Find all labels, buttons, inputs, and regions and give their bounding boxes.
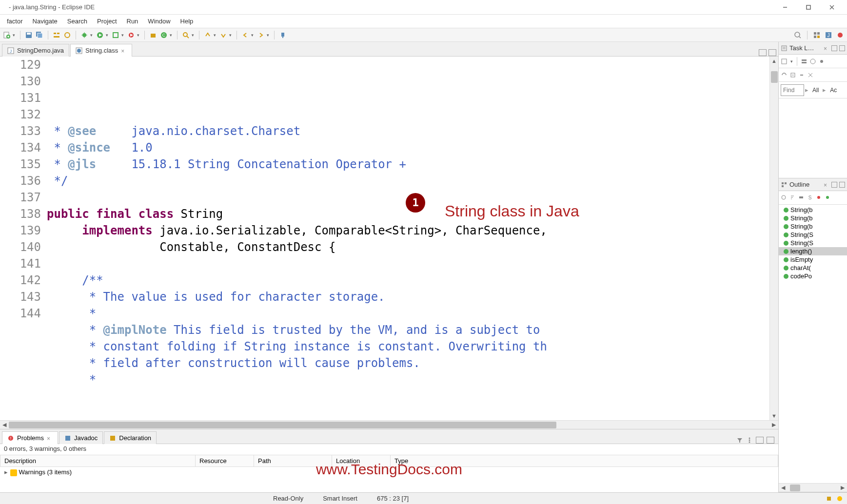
hide-fields-icon[interactable] — [798, 194, 805, 201]
code-content[interactable]: 1 String class in Java * @see java.nio.c… — [45, 57, 769, 420]
external-tools-icon[interactable] — [127, 31, 135, 39]
external-dropdown[interactable]: ▾ — [136, 31, 140, 39]
menu-search[interactable]: Search — [62, 16, 92, 27]
save-all-icon[interactable] — [36, 31, 43, 39]
sort-icon[interactable] — [789, 194, 796, 201]
link-icon[interactable] — [798, 72, 805, 78]
new-task-icon[interactable] — [781, 58, 788, 65]
close-outline-icon[interactable]: × — [824, 182, 829, 188]
hscroll-thumb[interactable] — [9, 422, 556, 428]
filter-icon[interactable] — [736, 437, 743, 444]
code-editor[interactable]: 1291301311321331341351361371381391401411… — [0, 57, 778, 420]
quick-access-icon[interactable] — [794, 31, 802, 39]
outline-item[interactable]: String(b — [779, 206, 847, 214]
new-icon[interactable] — [3, 31, 11, 39]
outline-hscroll-thumb[interactable] — [790, 485, 800, 491]
focus-outline-icon[interactable] — [781, 194, 788, 201]
scroll-left-arrow[interactable]: ◀ — [0, 421, 9, 429]
close-panel-icon[interactable]: × — [824, 45, 829, 51]
back-icon[interactable] — [241, 31, 249, 39]
minimize-button[interactable] — [774, 0, 796, 14]
minimize-view-button[interactable] — [759, 49, 767, 56]
open-perspective-icon[interactable] — [813, 31, 821, 39]
editor-tab-stringclass[interactable]: String.class × — [70, 44, 132, 57]
col-description[interactable]: Description — [0, 455, 196, 467]
new-class-icon[interactable]: C — [160, 31, 168, 39]
maximize-panel-button[interactable] — [767, 437, 774, 444]
coverage-icon[interactable] — [112, 31, 119, 39]
next-annotation-icon[interactable] — [219, 31, 227, 39]
col-location[interactable]: Location — [332, 455, 391, 467]
warnings-row[interactable]: ▸Warnings (3 items) — [0, 467, 778, 478]
outline-item[interactable]: charAt( — [779, 264, 847, 272]
scroll-down-arrow[interactable]: ▼ — [770, 411, 778, 420]
filter-all[interactable]: All — [809, 86, 822, 95]
forward-icon[interactable] — [257, 31, 265, 39]
menu-navigate[interactable]: Navigate — [28, 16, 62, 27]
toggle-breadcrumb-icon[interactable] — [53, 31, 60, 39]
save-icon[interactable] — [25, 31, 33, 39]
run-dropdown[interactable]: ▾ — [105, 31, 109, 39]
minimize-panel-button[interactable] — [756, 437, 764, 444]
tab-close-icon[interactable]: × — [47, 435, 53, 441]
schedule-icon[interactable] — [809, 58, 816, 65]
outline-scroll-left[interactable]: ◀ — [779, 484, 788, 492]
hide-icon[interactable] — [807, 72, 814, 78]
outline-item[interactable]: codePo — [779, 272, 847, 280]
outline-item[interactable]: String(S — [779, 231, 847, 239]
hide-local-icon[interactable] — [825, 194, 831, 201]
menu-window[interactable]: Window — [143, 16, 175, 27]
maximize-view-button[interactable] — [768, 49, 776, 56]
hide-nonpublic-icon[interactable] — [816, 194, 823, 201]
min-panel-button[interactable] — [831, 45, 837, 51]
debug-icon[interactable] — [80, 31, 88, 39]
new-dropdown[interactable]: ▾ — [12, 31, 16, 39]
close-button[interactable] — [821, 0, 843, 14]
hide-static-icon[interactable]: S — [807, 194, 814, 201]
outline-item[interactable]: length() — [779, 247, 847, 255]
outline-item[interactable]: String(b — [779, 214, 847, 222]
col-path[interactable]: Path — [254, 455, 332, 467]
menu-project[interactable]: Project — [92, 16, 121, 27]
focus-icon[interactable] — [818, 58, 825, 65]
task-find-input[interactable] — [781, 84, 804, 96]
categorize-icon[interactable] — [801, 58, 808, 65]
filter-activate[interactable]: Ac — [827, 86, 840, 95]
new-class-dropdown[interactable]: ▾ — [169, 31, 173, 39]
collapse-all-icon[interactable] — [789, 72, 796, 78]
pin-editor-icon[interactable] — [279, 31, 287, 39]
menu-run[interactable]: Run — [122, 16, 143, 27]
coverage-dropdown[interactable]: ▾ — [120, 31, 124, 39]
notification-icon[interactable] — [826, 495, 832, 502]
forward-dropdown[interactable]: ▾ — [266, 31, 270, 39]
horizontal-scrollbar[interactable]: ◀ ▶ — [0, 420, 778, 429]
tab-close-icon[interactable]: × — [121, 48, 127, 54]
search-dropdown[interactable]: ▾ — [191, 31, 195, 39]
vertical-scrollbar[interactable]: ▲ ▼ — [769, 57, 778, 420]
debug-perspective-icon[interactable] — [836, 31, 844, 39]
outline-item[interactable]: isEmpty — [779, 255, 847, 264]
view-menu-icon[interactable] — [746, 437, 753, 444]
menu-help[interactable]: Help — [176, 16, 198, 27]
scroll-right-arrow[interactable]: ▶ — [769, 421, 778, 429]
col-resource[interactable]: Resource — [196, 455, 254, 467]
min-outline-button[interactable] — [831, 182, 837, 188]
expand-toggle[interactable]: ▸ — [4, 468, 10, 476]
problems-tab[interactable]: ! Problems × — [2, 431, 58, 444]
scroll-thumb[interactable] — [771, 71, 778, 83]
outline-scroll-right[interactable]: ▶ — [838, 484, 847, 492]
editor-tab-stringdemo[interactable]: J StringDemo.java — [2, 44, 69, 57]
search-toolbar-icon[interactable] — [182, 31, 190, 39]
java-perspective-icon[interactable]: J — [825, 31, 832, 39]
outline-item[interactable]: String(S — [779, 239, 847, 247]
declaration-tab[interactable]: Declaration — [104, 431, 157, 444]
run-icon[interactable] — [96, 31, 104, 39]
scroll-up-arrow[interactable]: ▲ — [770, 57, 778, 65]
max-outline-button[interactable] — [839, 182, 845, 188]
maximize-button[interactable] — [797, 0, 820, 14]
annotation-dropdown[interactable]: ▾ — [213, 31, 217, 39]
skip-breakpoints-icon[interactable] — [63, 31, 71, 39]
synchronize-icon[interactable] — [781, 72, 788, 78]
col-type[interactable]: Type — [391, 455, 778, 467]
annotation-nav-icon[interactable] — [204, 31, 212, 39]
